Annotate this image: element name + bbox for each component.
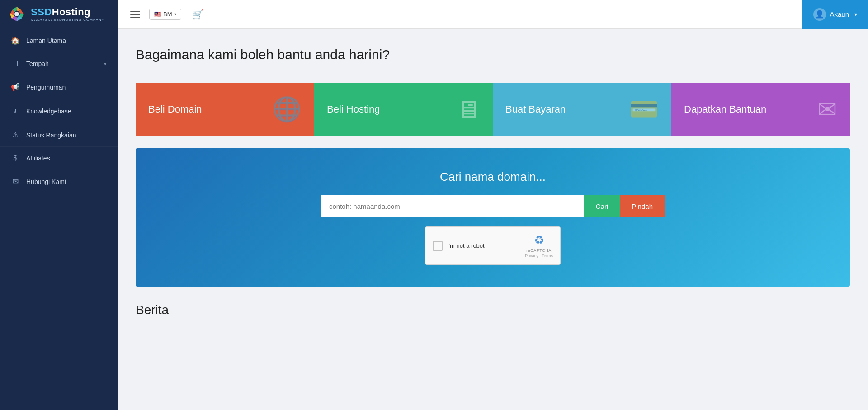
globe-icon: 🌐 xyxy=(272,95,302,123)
chevron-down-icon: ▾ xyxy=(104,61,107,67)
logo-main-text: SSDHosting xyxy=(31,7,104,18)
recaptcha-icon: ♻ xyxy=(534,233,544,247)
domain-search-section: Cari nama domain... Cari Pindah I'm not … xyxy=(136,148,850,287)
sidebar-item-label: Laman Utama xyxy=(26,37,107,44)
logo-text: SSDHosting Malaysia SSDHosting Company xyxy=(31,7,104,22)
card-domain-label: Beli Domain xyxy=(148,104,202,115)
recaptcha-brand: reCAPTCHA xyxy=(526,248,552,253)
sidebar-item-status-rangkaian[interactable]: ⚠ Status Rangkaian xyxy=(0,123,118,147)
sidebar-item-label: Affiliates xyxy=(26,155,107,162)
title-divider xyxy=(136,70,850,70)
transfer-button[interactable]: Pindah xyxy=(620,195,665,217)
warning-icon: ⚠ xyxy=(11,131,20,139)
logo-icon xyxy=(7,5,26,24)
action-cards: Beli Domain 🌐 Beli Hosting 🖥 Buat Bayara… xyxy=(136,83,850,136)
news-divider xyxy=(136,323,850,323)
domain-search-title: Cari nama domain... xyxy=(440,170,546,184)
card-support-label: Dapatkan Bantuan xyxy=(684,104,766,115)
envelope-icon: ✉ xyxy=(817,96,837,123)
home-icon: 🏠 xyxy=(11,36,20,45)
sidebar-item-label: Pengumuman xyxy=(26,84,107,91)
search-button[interactable]: Cari xyxy=(584,195,620,217)
account-label: Akaun xyxy=(830,10,849,18)
server-icon: 🖥 xyxy=(457,96,480,123)
sidebar-item-affiliates[interactable]: $ Affiliates xyxy=(0,147,118,170)
account-icon: 👤 xyxy=(813,8,826,21)
recaptcha-box: I'm not a robot ♻ reCAPTCHA Privacy - Te… xyxy=(425,226,561,265)
account-area[interactable]: 👤 Akaun ▾ xyxy=(802,0,868,29)
language-button[interactable]: 🇲🇾 BM ▾ xyxy=(149,9,181,20)
order-icon: 🖥 xyxy=(11,60,20,68)
info-icon: i xyxy=(11,106,20,116)
cart-button[interactable]: 🛒 xyxy=(189,7,207,22)
hamburger-button[interactable] xyxy=(128,9,142,20)
top-header: SSDHosting Malaysia SSDHosting Company 🇲… xyxy=(0,0,868,29)
recaptcha-left: I'm not a robot xyxy=(433,241,485,251)
svg-point-9 xyxy=(14,12,19,16)
main-layout: 🏠 Laman Utama 🖥 Tempah ▾ 📢 Pengumuman i … xyxy=(0,29,868,410)
lang-chevron-icon: ▾ xyxy=(174,12,176,17)
recaptcha-label: I'm not a robot xyxy=(447,242,485,249)
page-title: Bagaimana kami boleh bantu anda harini? xyxy=(136,47,850,62)
recaptcha-checkbox[interactable] xyxy=(433,241,443,251)
main-content: Bagaimana kami boleh bantu anda harini? … xyxy=(118,29,868,410)
lang-label: BM xyxy=(163,11,172,18)
header-controls: 🇲🇾 BM ▾ 🛒 xyxy=(118,7,207,22)
action-card-support[interactable]: Dapatkan Bantuan ✉ xyxy=(671,83,850,136)
sidebar-item-label: Tempah xyxy=(26,60,98,67)
action-card-hosting[interactable]: Beli Hosting 🖥 xyxy=(314,83,493,136)
sidebar-item-label: Hubungi Kami xyxy=(26,178,107,185)
card-hosting-label: Beli Hosting xyxy=(327,104,380,115)
news-section: Berita xyxy=(136,303,850,323)
sidebar-item-hubungi-kami[interactable]: ✉ Hubungi Kami xyxy=(0,170,118,193)
sidebar-item-pengumuman[interactable]: 📢 Pengumuman xyxy=(0,75,118,99)
action-card-payment[interactable]: Buat Bayaran 💳 xyxy=(493,83,671,136)
announcement-icon: 📢 xyxy=(11,83,20,91)
sidebar-item-label: Knowledgebase xyxy=(26,108,107,115)
domain-search-row: Cari Pindah xyxy=(321,195,665,217)
action-card-domain[interactable]: Beli Domain 🌐 xyxy=(136,83,314,136)
sidebar-item-label: Status Rangkaian xyxy=(26,132,107,139)
logo-area: SSDHosting Malaysia SSDHosting Company xyxy=(0,0,118,29)
logo-sub-text: Malaysia SSDHosting Company xyxy=(31,18,104,22)
sidebar-item-laman-utama[interactable]: 🏠 Laman Utama xyxy=(0,29,118,52)
credit-card-icon: 💳 xyxy=(629,95,659,123)
recaptcha-links: Privacy - Terms xyxy=(525,254,553,258)
card-payment-label: Buat Bayaran xyxy=(505,104,566,115)
account-chevron-icon: ▾ xyxy=(854,11,857,18)
domain-search-input[interactable] xyxy=(321,195,584,217)
sidebar-item-tempah[interactable]: 🖥 Tempah ▾ xyxy=(0,52,118,75)
mail-icon: ✉ xyxy=(11,177,20,186)
header-left: SSDHosting Malaysia SSDHosting Company 🇲… xyxy=(0,0,207,29)
recaptcha-logo: ♻ reCAPTCHA Privacy - Terms xyxy=(525,233,553,258)
news-title: Berita xyxy=(136,303,850,317)
lang-flag: 🇲🇾 xyxy=(154,11,161,18)
sidebar: 🏠 Laman Utama 🖥 Tempah ▾ 📢 Pengumuman i … xyxy=(0,29,118,410)
cart-icon: 🛒 xyxy=(192,9,203,19)
sidebar-item-knowledgebase[interactable]: i Knowledgebase xyxy=(0,99,118,123)
dollar-icon: $ xyxy=(11,154,20,162)
